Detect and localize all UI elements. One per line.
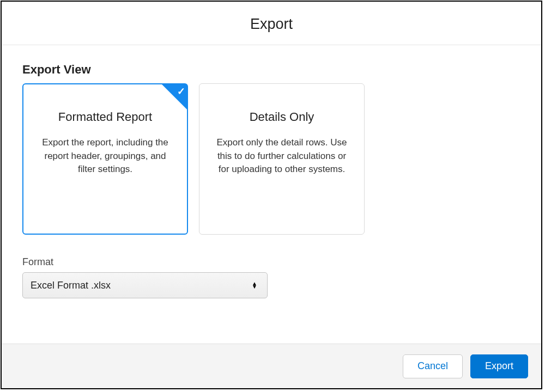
format-selected-value: Excel Format .xlsx	[31, 280, 111, 291]
cancel-button[interactable]: Cancel	[403, 354, 463, 378]
format-label: Format	[22, 256, 520, 268]
format-select[interactable]: Excel Format .xlsx ▲ ▼	[22, 272, 268, 298]
option-formatted-report[interactable]: ✓ Formatted Report Export the report, in…	[22, 83, 188, 235]
export-dialog: Export Export View ✓ Formatted Report Ex…	[1, 1, 542, 389]
dialog-footer: Cancel Export	[2, 344, 541, 388]
format-select-wrapper: Excel Format .xlsx ▲ ▼	[22, 272, 268, 298]
export-view-options: ✓ Formatted Report Export the report, in…	[22, 83, 520, 235]
check-icon: ✓	[177, 85, 185, 97]
updown-arrows-icon: ▲ ▼	[252, 282, 257, 289]
selected-corner-badge: ✓	[162, 84, 187, 109]
export-button[interactable]: Export	[470, 354, 528, 378]
export-view-section-title: Export View	[22, 63, 520, 77]
option-title: Formatted Report	[35, 110, 175, 124]
option-title: Details Only	[211, 110, 352, 124]
dialog-title: Export	[2, 16, 541, 33]
dialog-content: Export View ✓ Formatted Report Export th…	[2, 45, 541, 344]
option-details-only[interactable]: Details Only Export only the detail rows…	[199, 83, 365, 235]
dialog-header: Export	[2, 2, 541, 45]
option-description: Export the report, including the report …	[35, 136, 175, 176]
option-description: Export only the detail rows. Use this to…	[211, 136, 352, 176]
